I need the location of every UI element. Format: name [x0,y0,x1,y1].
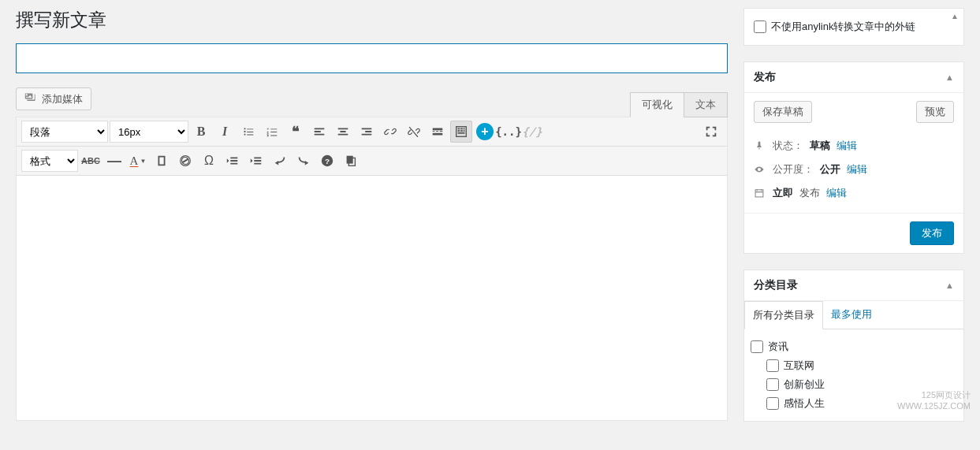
status-label: 状态： [773,139,803,153]
schedule-edit-link[interactable]: 编辑 [826,186,847,200]
status-value: 草稿 [810,139,830,153]
anylink-panel: ▲ 不使用anylink转换文章中的外链 [743,8,964,46]
add-media-label: 添加媒体 [42,92,83,106]
svg-rect-3 [464,128,465,130]
italic-button[interactable]: I [214,121,236,143]
category-item[interactable]: 资讯 [751,337,957,356]
category-checkbox[interactable] [751,340,763,353]
tab-text[interactable]: 文本 [684,92,728,117]
svg-text:?: ? [325,157,330,165]
publish-panel-title: 发布 [754,70,776,84]
textcolor-button[interactable]: A▼ [127,150,149,172]
strikethrough-button[interactable]: ABC [80,150,102,172]
panel-toggle-icon[interactable]: ▲ [951,12,959,20]
status-row: 状态： 草稿 编辑 [754,134,954,158]
help-button[interactable]: ? [316,150,338,172]
category-label: 资讯 [768,340,788,354]
svg-rect-6 [464,130,465,132]
chevron-up-icon: ▲ [945,73,954,82]
schedule-row: 立即发布 编辑 [754,181,954,205]
categories-title: 分类目录 [754,278,798,292]
visibility-edit-link[interactable]: 编辑 [847,162,867,177]
category-item[interactable]: 互联网 [766,356,957,375]
svg-rect-2 [460,128,463,130]
add-media-button[interactable]: 添加媒体 [16,87,91,110]
code-alt-button[interactable]: {/} [521,121,543,143]
anylink-checkbox-row[interactable]: 不使用anylink转换文章中的外链 [754,17,954,37]
special-char-button[interactable]: Ω [198,150,220,172]
editor-container: 段落 16px B I ❝ + {..} {/} [16,117,728,421]
category-item[interactable]: 创新创业 [766,375,957,394]
blockquote-button[interactable]: ❝ [285,121,307,143]
eye-icon [754,164,766,175]
clear-format-button[interactable] [174,150,196,172]
unlink-button[interactable] [403,121,425,143]
toolbar-toggle-button[interactable] [450,121,472,143]
align-left-button[interactable] [308,121,330,143]
visibility-value: 公开 [820,162,840,177]
categories-header[interactable]: 分类目录 ▲ [744,270,963,301]
category-label: 互联网 [784,359,814,373]
svg-rect-5 [460,130,463,132]
toolbar-row-2: 格式 ABC — A▼ T Ω ? [17,147,727,176]
category-checkbox[interactable] [766,378,779,391]
page-title: 撰写新文章 [16,8,728,32]
svg-text:T: T [160,158,164,165]
post-title-input[interactable] [16,43,728,73]
calendar-icon [754,188,766,199]
hr-button[interactable]: — [103,150,125,172]
redo-button[interactable] [293,150,315,172]
copy-button[interactable] [340,150,362,172]
link-button[interactable] [379,121,401,143]
category-checkbox[interactable] [766,397,779,410]
paragraph-select[interactable]: 段落 [21,121,108,143]
paste-text-button[interactable]: T [151,150,173,172]
indent-button[interactable] [245,150,267,172]
outdent-button[interactable] [222,150,244,172]
svg-rect-13 [755,190,763,197]
status-edit-link[interactable]: 编辑 [837,139,857,153]
schedule-action: 发布 [799,186,820,200]
bold-button[interactable]: B [190,121,212,143]
align-center-button[interactable] [332,121,354,143]
tab-all-categories[interactable]: 所有分类目录 [744,301,823,329]
visibility-label: 公开度： [773,162,814,177]
editor-content-area[interactable] [17,176,727,420]
fullscreen-button[interactable] [700,121,722,143]
format-select[interactable]: 格式 [21,150,78,172]
fontsize-select[interactable]: 16px [110,121,188,143]
category-list[interactable]: 资讯互联网创新创业感悟人生 [744,329,963,421]
bullet-list-button[interactable] [237,121,259,143]
align-right-button[interactable] [356,121,378,143]
chevron-up-icon: ▲ [945,281,954,290]
preview-button[interactable]: 预览 [916,101,954,123]
svg-rect-7 [458,132,465,134]
category-checkbox[interactable] [766,359,779,372]
svg-rect-11 [347,156,353,164]
tab-most-used[interactable]: 最多使用 [823,301,880,329]
numbered-list-button[interactable] [261,121,283,143]
category-label: 创新创业 [784,377,825,392]
readmore-button[interactable] [427,121,449,143]
add-block-button[interactable]: + [474,121,496,143]
publish-panel-header[interactable]: 发布 ▲ [744,62,963,93]
publish-button[interactable]: 发布 [910,221,954,245]
visibility-row: 公开度： 公开 编辑 [754,158,954,181]
anylink-label: 不使用anylink转换文章中的外链 [771,20,915,34]
anylink-checkbox[interactable] [754,20,766,33]
category-label: 感悟人生 [784,396,825,411]
toolbar-row-1: 段落 16px B I ❝ + {..} {/} [17,117,727,147]
svg-rect-4 [458,130,460,132]
categories-panel: 分类目录 ▲ 所有分类目录 最多使用 资讯互联网创新创业感悟人生 [743,270,964,422]
publish-panel: 发布 ▲ 保存草稿 预览 状态： 草稿 编辑 公开度： 公开 [743,61,964,254]
schedule-label: 立即 [773,186,793,200]
category-item[interactable]: 感悟人生 [766,394,957,413]
media-icon [24,91,37,106]
save-draft-button[interactable]: 保存草稿 [754,101,812,123]
pin-icon [754,140,766,151]
code-button[interactable]: {..} [497,121,520,143]
undo-button[interactable] [269,150,291,172]
tab-visual[interactable]: 可视化 [630,92,684,117]
svg-rect-1 [458,128,460,130]
